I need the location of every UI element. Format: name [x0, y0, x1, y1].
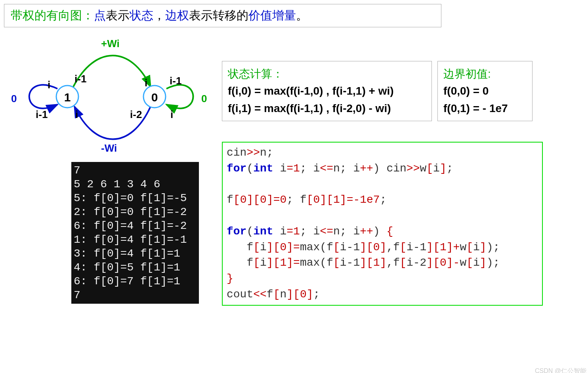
c-lb7: [: [273, 241, 280, 253]
c-s6: ;: [380, 194, 387, 206]
c-i: i: [280, 162, 286, 175]
c-op: >>: [246, 147, 260, 159]
c-max2: max: [300, 257, 320, 269]
hdr-seg6: 边权: [165, 9, 189, 22]
c-sp5: [307, 225, 313, 238]
c-z1: 0: [240, 194, 247, 206]
c-com: ,: [386, 241, 393, 253]
c-sp7: [380, 225, 387, 238]
svg-text:0: 0: [151, 91, 158, 104]
c-lb13: [: [253, 257, 260, 269]
hdr-seg8: 价值增量: [248, 9, 296, 22]
c-rb6: ]: [267, 241, 273, 253]
c-i4: i: [433, 162, 440, 175]
c-i2: i: [313, 162, 320, 175]
c-rb17: ]: [426, 257, 433, 269]
c-neg: -1e7: [353, 194, 380, 206]
c-lb11: [: [433, 241, 440, 253]
c-s3: ;: [340, 162, 347, 175]
c-rb19: ]: [480, 257, 487, 269]
c-ind1: [227, 241, 246, 253]
c-f2: f: [300, 194, 307, 206]
c-sp6: [347, 225, 353, 238]
c-lb15: [: [333, 257, 340, 269]
state-line1: f(i,0) = max(f(i-1,0) , f(i-1,1) + wi): [228, 85, 394, 97]
c-ind2: [227, 257, 246, 269]
c-cout: cout: [227, 288, 253, 301]
c-pp2: ++: [360, 225, 373, 238]
c-w: w: [420, 162, 426, 175]
c-op2: >>: [407, 162, 420, 175]
c-lb2: [: [233, 194, 240, 206]
c-lp3: (: [320, 241, 326, 253]
label-minus-wi: -Wi: [101, 142, 117, 154]
c-pp: ++: [360, 162, 373, 175]
c-eq4: =: [286, 225, 293, 238]
c-f1: f: [227, 194, 233, 206]
c-im1a: i-1: [340, 241, 360, 253]
c-rb15: ]: [360, 257, 367, 269]
header-box: 带权的有向图：点表示状态，边权表示转移的价值增量。: [4, 4, 441, 27]
c-o1: 1: [333, 194, 340, 206]
edge-i-c: i: [145, 77, 147, 89]
hdr-seg2: 点: [94, 9, 106, 22]
hdr-seg7: 表示转移的: [189, 9, 248, 22]
c-1: 1: [293, 162, 300, 175]
c-im2a: i-2: [407, 257, 426, 269]
c-lb16: [: [367, 257, 373, 269]
watermark: CSDN @仁公智能: [535, 367, 586, 373]
c-i6: i: [313, 225, 320, 238]
c-z5: 0: [280, 241, 286, 253]
state-compute-box: 状态计算： f(i,0) = max(f(i-1,0) , f(i-1,1) +…: [222, 61, 432, 121]
c-lb8: [: [333, 241, 340, 253]
c-int: int: [253, 162, 273, 175]
state-title: 状态计算：: [228, 68, 283, 80]
c-lp4: (: [320, 257, 326, 269]
c-s8: ;: [340, 225, 347, 238]
c-max: max: [300, 241, 320, 253]
c-rb8: ]: [360, 241, 367, 253]
c-lb19: [: [466, 257, 473, 269]
svg-text:1: 1: [64, 91, 71, 104]
c-lb18: [: [433, 257, 440, 269]
c-z2: 0: [260, 194, 267, 206]
c-i10: i: [260, 257, 267, 269]
c-rb20: ]: [286, 288, 293, 301]
c-for2: for: [227, 225, 246, 238]
hdr-seg4: 状态: [130, 9, 153, 22]
c-n3: n: [333, 225, 340, 238]
label-plus-wi: +Wi: [101, 38, 120, 50]
c-f5: f: [393, 241, 400, 253]
c-com2: ,: [386, 257, 393, 269]
c-eq5: =: [293, 241, 300, 253]
c-s7: ;: [300, 225, 307, 238]
c-eq: =: [286, 162, 293, 175]
c-z6: 0: [373, 241, 380, 253]
c-s2: ;: [300, 162, 307, 175]
c-lb17: [: [400, 257, 407, 269]
c-s10: ;: [493, 257, 500, 269]
edge-im2: i-2: [130, 108, 142, 121]
c-eq3: =: [347, 194, 353, 206]
c-i11: i: [473, 257, 480, 269]
c-im1b: i-1: [407, 241, 426, 253]
c-lb20: [: [273, 288, 280, 301]
edge-im1-a: i-1: [74, 73, 86, 85]
c-rb11: ]: [447, 241, 453, 253]
state-diagram: 1 0 +Wi -Wi 0 0 i i-1 i-1 i i i-1 i-2 i: [4, 35, 214, 154]
c-lb10: [: [400, 241, 407, 253]
c-lb5: [: [326, 194, 333, 206]
c-sp4: [273, 225, 280, 238]
c-for: for: [227, 162, 246, 175]
console-output: 7 5 2 6 1 3 4 6 5: f[0]=0 f[1]=-5 2: f[0…: [71, 162, 199, 304]
c-cin2: cin: [386, 162, 406, 175]
c-le2: <=: [320, 225, 333, 238]
c-ltlt: <<: [253, 288, 267, 301]
c-n4: n: [280, 288, 286, 301]
c-rb: ]: [440, 162, 447, 175]
c-z8: 0: [300, 288, 307, 301]
c-rb9: ]: [380, 241, 387, 253]
c-lb6: [: [253, 241, 260, 253]
c-lb9: [: [367, 241, 373, 253]
edge-i-a: i: [48, 79, 50, 91]
